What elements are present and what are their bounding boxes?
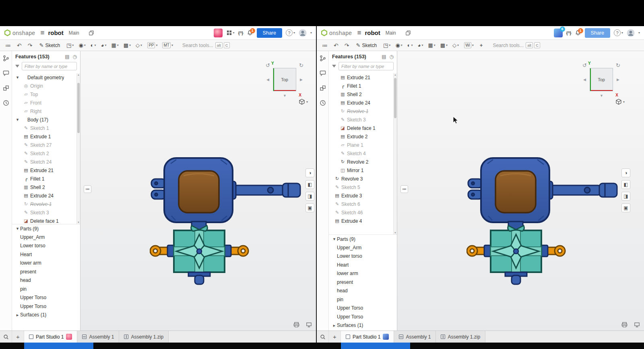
user-avatar[interactable] [299, 29, 307, 37]
tree-scrollbar[interactable]: ▲ ▼ [393, 73, 397, 234]
toolbar-tool-button[interactable]: ▾ [109, 42, 121, 48]
shaded-mode-button[interactable]: ◑ [621, 168, 630, 177]
feature-tree-item[interactable]: Sketch 4 [329, 149, 397, 158]
part-item[interactable]: Upper_Arm [329, 243, 397, 252]
document-menu-icon[interactable]: ≡ [357, 29, 361, 37]
feature-tree-item[interactable]: Fillet 1 [12, 174, 80, 183]
part-item[interactable]: present [12, 267, 80, 276]
feature-tree-item[interactable]: Sketch 3 [329, 115, 397, 124]
user-avatar[interactable] [627, 29, 635, 37]
redo-button[interactable]: ↷ [25, 42, 35, 49]
chevron-down-icon[interactable]: ▾ [434, 43, 436, 47]
chevron-down-icon[interactable]: ▾ [129, 43, 131, 47]
feature-tree-item[interactable]: Extrude 2 [329, 132, 397, 141]
workspace-name[interactable]: Main [69, 30, 79, 36]
search-tools[interactable]: Search tools... altC [182, 42, 230, 48]
feature-tree-item[interactable]: Revolve 3 [329, 174, 397, 183]
part-item[interactable]: present [329, 278, 397, 287]
scrollbar-thumb[interactable] [77, 83, 80, 133]
filter-input[interactable] [22, 62, 77, 70]
scroll-up-arrow[interactable]: ▲ [77, 74, 80, 76]
view-options-button[interactable]: ▾ [615, 99, 625, 105]
chevron-down-icon[interactable]: ▾ [401, 43, 402, 47]
account-caret-icon[interactable]: ▾ [310, 31, 312, 35]
feature-tree-item[interactable]: Shell 2 [329, 90, 397, 99]
custom-feature-button[interactable]: PP ▾ [145, 42, 160, 48]
feature-tree-item[interactable]: Fillet 1 [329, 82, 397, 90]
feature-tree-item[interactable]: Sketch 3 [12, 208, 80, 217]
view-options-button[interactable]: ▾ [299, 99, 308, 105]
collaborator-avatar[interactable]: 6 [554, 29, 563, 37]
custom-feature-button[interactable]: Wi ▾ [462, 42, 476, 48]
wireframe-mode-button[interactable]: ◨ [621, 192, 630, 201]
chevron-down-icon[interactable]: ▾ [140, 43, 142, 47]
rotate-left-arrow[interactable]: ◀ [266, 78, 269, 82]
move-crosshair-button[interactable]: + [477, 42, 486, 48]
collaborator-avatar[interactable] [214, 29, 223, 37]
toolbar-tool-button[interactable]: ▾ [64, 42, 76, 48]
feature-tree-item[interactable]: Extrude 4 [329, 217, 397, 225]
part-item[interactable]: pin [329, 295, 397, 304]
parts-list-button[interactable] [320, 85, 326, 93]
filter-input[interactable] [339, 62, 394, 70]
feature-tree-item[interactable]: Extrude 21 [12, 166, 80, 174]
tree-chevron-icon[interactable] [15, 117, 20, 122]
workspace-name[interactable]: Main [386, 30, 396, 36]
scroll-down-arrow[interactable]: ▼ [394, 232, 396, 234]
feature-tree-item[interactable]: Right [12, 107, 80, 115]
toolbar-tool-button[interactable]: ▾ [381, 42, 393, 48]
chevron-down-icon[interactable]: ▾ [446, 43, 448, 47]
shaded-mode-button[interactable]: ◑ [305, 168, 314, 177]
tree-chevron-icon[interactable] [332, 323, 337, 328]
scrollbar-thumb[interactable] [394, 78, 396, 118]
new-tab-button[interactable]: + [329, 331, 341, 343]
feature-tree-item[interactable]: Sketch 2 [12, 149, 80, 158]
tree-chevron-icon[interactable] [15, 312, 20, 318]
onshape-logo[interactable]: onshape [4, 29, 35, 36]
chevron-down-icon[interactable]: ▾ [421, 43, 423, 47]
part-item[interactable]: Heart [329, 261, 397, 269]
chevron-down-icon[interactable]: ▾ [156, 43, 157, 47]
chevron-down-icon[interactable]: ▾ [389, 43, 390, 47]
feature-tree-item[interactable]: Sketch 6 [329, 200, 397, 208]
part-item[interactable]: pin [12, 285, 80, 294]
document-tab[interactable]: Part Studio 1 [341, 331, 394, 343]
viewport-3d[interactable]: ↺ ↻ Y Top X ◀ ▶ ▼ ▾ [397, 51, 644, 331]
feature-list-toggle-button[interactable]: ≔ [319, 42, 330, 49]
surfaces-group-row[interactable]: Surfaces (1) [329, 321, 397, 330]
comments-button[interactable] [320, 70, 326, 78]
chevron-down-icon[interactable]: ▾ [72, 43, 74, 47]
rotate-down-arrow[interactable]: ▼ [600, 94, 603, 98]
tree-chevron-icon[interactable] [15, 226, 20, 231]
rotate-cw-icon[interactable]: ↻ [616, 62, 620, 68]
chevron-down-icon[interactable]: ▾ [411, 43, 413, 47]
search-tabs-button[interactable] [0, 331, 12, 343]
chevron-down-icon[interactable]: ▾ [84, 43, 86, 47]
feature-tree-item[interactable]: Plane 1 [329, 141, 397, 149]
robot-model[interactable] [466, 155, 623, 287]
insert-panel-icon[interactable]: ▤ [65, 54, 69, 60]
sketch-button[interactable]: Sketch [35, 42, 64, 48]
feature-tree-item[interactable]: Extrude 3 [329, 191, 397, 200]
feature-tree-item[interactable]: Extrude 24 [12, 191, 80, 200]
feature-tree-item[interactable]: Revolve 1 [12, 200, 80, 208]
rollback-history-icon[interactable]: ◷ [73, 54, 77, 60]
rotate-right-arrow[interactable]: ▶ [617, 78, 619, 82]
panel-toggle-button[interactable]: ≔ [84, 185, 91, 193]
feature-tree-item[interactable]: Shell 2 [12, 183, 80, 191]
print-icon[interactable] [621, 322, 627, 328]
rotate-right-arrow[interactable]: ▶ [300, 78, 303, 82]
document-tab[interactable]: Assembly 1.zip [436, 331, 485, 343]
new-tab-button[interactable]: + [12, 331, 24, 343]
toolbar-tool-button[interactable]: ▾ [76, 42, 88, 48]
notifications-bell-button[interactable]: 1 [247, 30, 253, 36]
toolbar-tool-button[interactable]: ▾ [133, 42, 144, 48]
help-button[interactable]: ? ▾ [286, 29, 295, 36]
named-views-icon[interactable] [634, 322, 640, 328]
feature-tree-item[interactable]: Extrude 21 [329, 73, 397, 82]
feature-tree-item[interactable]: Sketch 1 [12, 124, 80, 132]
versions-history-button[interactable] [320, 55, 326, 63]
rollback-history-icon[interactable]: ◷ [390, 54, 394, 60]
feature-tree-item[interactable]: Sketch 27 [12, 141, 80, 149]
feature-tree-item[interactable]: Delete face 1 [329, 124, 397, 132]
